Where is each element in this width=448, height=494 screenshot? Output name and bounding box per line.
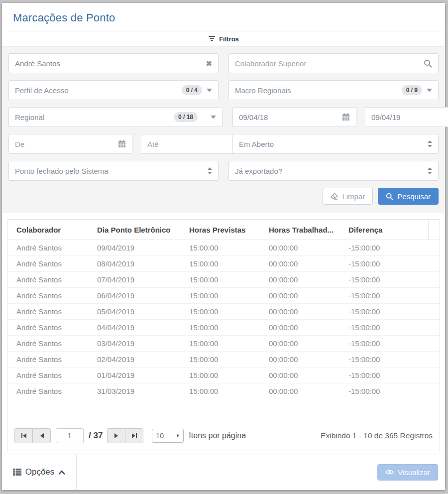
table-cell: 05/04/2019: [88, 304, 180, 320]
table-cell: 06/04/2019: [88, 288, 180, 304]
chevron-down-icon: [207, 89, 212, 92]
table-cell: 15:00:00: [180, 336, 260, 352]
footer-actions: Visualizar: [77, 454, 445, 490]
periodo-inicio-input[interactable]: [239, 113, 338, 122]
last-page-button[interactable]: [125, 428, 143, 443]
table-row[interactable]: André Santos07/04/201915:00:0000:00:00-1…: [7, 272, 440, 288]
opcoes-label: Opções: [25, 467, 55, 477]
results-table: Colaborador Dia Ponto Eletrônico Horas P…: [7, 220, 440, 399]
de-input[interactable]: [15, 140, 114, 148]
table-cell-empty: [428, 336, 440, 352]
table-row[interactable]: André Santos08/04/201915:00:0000:00:00-1…: [7, 256, 440, 272]
page-title: Marcações de Ponto: [13, 11, 434, 24]
items-per-page-label: Itens por página: [189, 431, 246, 440]
limpar-label: Limpar: [342, 192, 365, 201]
clear-icon[interactable]: ✖: [206, 60, 212, 67]
pesquisar-button[interactable]: Pesquisar: [378, 188, 439, 205]
filters-toggle-label: Filtros: [219, 35, 239, 43]
page-number-input[interactable]: [56, 428, 84, 443]
regional-label: Regional: [15, 113, 165, 122]
select-updown-icon: [208, 167, 212, 174]
table-cell: 09/04/2019: [88, 240, 180, 256]
table-cell: 15:00:00: [180, 304, 260, 320]
calendar-icon[interactable]: [342, 113, 350, 121]
pagination-bar: / 37 10 ▼ Itens por página Exibindo 1 - …: [7, 423, 440, 451]
page-header: Marcações de Ponto: [2, 3, 445, 31]
regional-multiselect[interactable]: Regional 0 / 18: [8, 107, 223, 127]
colaborador-superior-input[interactable]: [235, 59, 420, 68]
table-cell: 00:00:00: [260, 240, 339, 256]
ponto-fechado-select[interactable]: Ponto fechado pelo Sistema: [8, 161, 219, 181]
col-horas-trabalhadas[interactable]: Horas Trabalhad...: [260, 220, 339, 240]
table-cell: 07/04/2019: [88, 272, 180, 288]
records-summary: Exibindo 1 - 10 de 365 Registros: [321, 431, 433, 440]
first-page-button[interactable]: [14, 428, 33, 443]
calendar-icon[interactable]: [118, 140, 126, 148]
table-cell: 00:00:00: [260, 336, 339, 352]
limpar-button[interactable]: Limpar: [323, 188, 373, 205]
table-cell: 00:00:00: [260, 256, 339, 272]
table-row[interactable]: André Santos09/04/201915:00:0000:00:00-1…: [7, 240, 440, 256]
table-cell: -15:00:00: [339, 304, 428, 320]
macro-regionais-multiselect[interactable]: Macro Regionais 0 / 9: [228, 80, 439, 100]
ja-exportado-select[interactable]: Já exportado?: [228, 161, 439, 181]
ponto-fechado-value: Ponto fechado pelo Sistema: [15, 167, 204, 175]
de-field: [8, 134, 132, 154]
table-cell: 00:00:00: [260, 304, 339, 320]
table-cell: 15:00:00: [180, 320, 260, 336]
table-row[interactable]: André Santos04/04/201915:00:0000:00:00-1…: [7, 320, 440, 336]
table-cell: André Santos: [7, 304, 88, 320]
opcoes-button[interactable]: Opções: [2, 454, 77, 490]
chevron-down-icon: [427, 89, 432, 92]
table-cell: 02/04/2019: [88, 352, 180, 368]
table-cell-empty: [428, 320, 440, 336]
table-row[interactable]: André Santos03/04/201915:00:0000:00:00-1…: [7, 336, 440, 352]
table-row[interactable]: André Santos06/04/201915:00:0000:00:00-1…: [7, 288, 440, 304]
table-cell: -15:00:00: [339, 320, 428, 336]
select-updown-icon: [428, 167, 432, 174]
page-size-select[interactable]: 10 ▼: [152, 429, 184, 443]
table-cell: André Santos: [7, 320, 88, 336]
eraser-icon: [331, 193, 338, 200]
table-row[interactable]: André Santos05/04/201915:00:0000:00:00-1…: [7, 304, 440, 320]
visualizar-button[interactable]: Visualizar: [377, 464, 438, 481]
list-icon: [13, 469, 21, 476]
table-cell: 00:00:00: [260, 352, 339, 368]
colaborador-input[interactable]: [15, 59, 206, 68]
prev-page-button[interactable]: [32, 428, 51, 443]
macro-regionais-label: Macro Regionais: [235, 86, 402, 95]
table-cell: André Santos: [7, 368, 88, 383]
col-dia-ponto[interactable]: Dia Ponto Eletrônico: [88, 220, 180, 240]
table-cell: André Santos: [7, 272, 88, 288]
table-row[interactable]: André Santos02/04/201915:00:0000:00:00-1…: [7, 352, 440, 368]
eye-icon: [385, 469, 394, 475]
macro-regionais-count-badge: 0 / 9: [402, 85, 422, 95]
table-row[interactable]: André Santos31/03/201915:00:0000:00:00-1…: [7, 383, 440, 399]
col-diferenca[interactable]: Diferença: [339, 220, 428, 240]
table-cell: -15:00:00: [339, 240, 428, 256]
table-cell: -15:00:00: [339, 256, 428, 272]
table-cell: -15:00:00: [339, 336, 428, 352]
table-cell-empty: [428, 272, 440, 288]
filters-toggle[interactable]: Filtros: [2, 31, 445, 46]
table-cell: 04/04/2019: [88, 320, 180, 336]
ate-input[interactable]: [147, 140, 246, 148]
table-header-row: Colaborador Dia Ponto Eletrônico Horas P…: [7, 220, 440, 240]
table-cell-empty: [428, 288, 440, 304]
em-aberto-value: Em Aberto: [239, 140, 424, 148]
table-cell: 15:00:00: [180, 256, 260, 272]
next-page-button[interactable]: [107, 428, 125, 443]
col-colaborador[interactable]: Colaborador: [7, 220, 88, 240]
chevron-down-icon: ▼: [175, 433, 180, 438]
col-horas-previstas[interactable]: Horas Previstas: [180, 220, 260, 240]
periodo-fim-input[interactable]: [371, 113, 448, 122]
em-aberto-select[interactable]: Em Aberto: [232, 134, 439, 154]
table-cell: André Santos: [7, 240, 88, 256]
table-cell: André Santos: [7, 256, 88, 272]
perfil-de-acesso-multiselect[interactable]: Perfil de Acesso 0 / 4: [8, 80, 219, 100]
search-icon: [386, 193, 393, 200]
table-cell: André Santos: [7, 352, 88, 368]
table-row[interactable]: André Santos01/04/201915:00:0000:00:00-1…: [7, 368, 440, 383]
regional-count-badge: 0 / 18: [174, 112, 198, 122]
perfil-de-acesso-label: Perfil de Acesso: [15, 86, 182, 95]
